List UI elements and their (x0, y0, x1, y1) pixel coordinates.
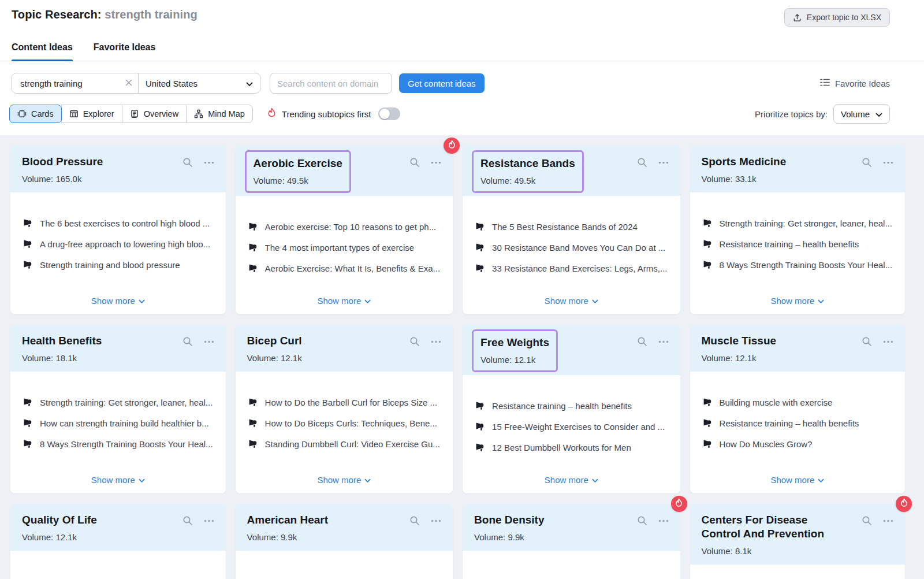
search-topic-icon[interactable] (637, 515, 647, 526)
keyword-field[interactable] (12, 73, 139, 93)
card-header: Blood Pressure Volume: 165.0k (10, 146, 226, 192)
view-overview-button[interactable]: Overview (122, 105, 187, 123)
megaphone-icon (703, 397, 712, 409)
show-more-link[interactable]: Show more (475, 475, 667, 493)
idea-item[interactable]: Aerobic Exercise: What It Is, Benefits &… (248, 263, 440, 275)
search-topic-icon[interactable] (862, 515, 872, 526)
more-options-icon[interactable] (431, 161, 441, 164)
more-options-icon[interactable] (204, 340, 214, 343)
more-options-icon[interactable] (204, 519, 214, 522)
card-actions (862, 334, 893, 347)
idea-item[interactable]: Aerobic exercise: Top 10 reasons to get … (248, 221, 440, 233)
megaphone-icon (23, 239, 32, 251)
flame-icon (900, 498, 908, 510)
idea-item[interactable]: 15 Free-Weight Exercises to Consider and… (475, 421, 667, 433)
view-mind-map-button[interactable]: Mind Map (186, 105, 253, 123)
idea-text: 8 Ways Strength Training Boosts Your Hea… (40, 439, 213, 450)
search-topic-icon[interactable] (409, 157, 420, 168)
idea-item[interactable]: 30 Resistance Band Moves You Can Do at .… (475, 242, 667, 254)
idea-item[interactable]: The 6 best exercises to control high blo… (23, 218, 213, 230)
export-topic-button[interactable]: Export topic to XLSX (784, 8, 890, 27)
megaphone-icon (248, 242, 258, 254)
idea-item[interactable]: How can strength training build healthie… (23, 418, 213, 430)
more-options-icon[interactable] (431, 519, 441, 522)
idea-item[interactable]: 12 Best Dumbbell Workouts for Men (475, 442, 667, 454)
volume-value: 12.1k (514, 355, 535, 365)
topic-card: Free Weights Volume: 12.1k Resistance tr… (463, 325, 680, 493)
topic-card: American Heart Volume: 9.9k Show more (236, 504, 453, 579)
idea-item[interactable]: 33 Resistance Band Exercises: Legs, Arms… (475, 263, 667, 275)
show-more-link[interactable]: Show more (23, 296, 213, 314)
megaphone-icon (248, 263, 258, 275)
more-options-icon[interactable] (883, 340, 893, 343)
favorite-ideas-link[interactable]: Favorite Ideas (820, 78, 890, 88)
idea-item[interactable]: 8 Ways Strength Training Boosts Your Hea… (703, 259, 893, 272)
get-content-ideas-button[interactable]: Get content ideas (399, 73, 485, 93)
search-topic-icon[interactable] (182, 515, 193, 526)
more-options-icon[interactable] (204, 161, 214, 164)
more-options-icon[interactable] (883, 161, 893, 164)
show-more-link[interactable]: Show more (23, 475, 213, 493)
idea-item[interactable]: Strength training: Get stronger, leaner,… (703, 218, 893, 230)
chevron-down-icon (592, 475, 598, 485)
tab-favorite-ideas[interactable]: Favorite Ideas (94, 42, 156, 61)
country-select[interactable]: United States (139, 73, 260, 93)
domain-search-input[interactable] (270, 73, 392, 94)
more-options-icon[interactable] (431, 340, 441, 343)
topic-research-page: Topic Research: strength training Export… (0, 0, 924, 579)
idea-item[interactable]: Resistance training – health benefits (703, 418, 893, 430)
prioritize-select[interactable]: Volume (833, 104, 890, 124)
search-topic-icon[interactable] (862, 157, 872, 168)
topic-card: Centers For Disease Control And Preventi… (690, 504, 906, 579)
search-topic-icon[interactable] (637, 157, 647, 168)
search-topic-icon[interactable] (862, 336, 872, 347)
idea-item[interactable]: Strength training and blood pressure (23, 259, 213, 272)
search-topic-icon[interactable] (637, 336, 647, 347)
idea-item[interactable]: The 5 Best Resistance Bands of 2024 (475, 221, 667, 233)
show-more-link[interactable]: Show more (248, 475, 440, 493)
show-more-label: Show more (317, 475, 361, 485)
idea-item[interactable]: Resistance training – health benefits (703, 239, 893, 251)
search-topic-icon[interactable] (409, 336, 420, 347)
view-explorer-button[interactable]: Explorer (61, 105, 122, 123)
topic-volume: Volume: 49.5k (254, 176, 342, 185)
idea-item[interactable]: Resistance training – health benefits (475, 400, 667, 413)
topic-card: Sports Medicine Volume: 33.1k Strength t… (690, 146, 906, 314)
more-options-icon[interactable] (883, 519, 893, 522)
idea-item[interactable]: A drug-free approach to lowering high bl… (23, 239, 213, 251)
keyword-input[interactable] (19, 78, 125, 89)
topic-volume: Volume: 18.1k (22, 353, 102, 363)
card-body: How to Do the Barbell Curl for Biceps Si… (236, 372, 453, 493)
list-icon (820, 78, 830, 88)
search-topic-icon[interactable] (182, 157, 193, 168)
idea-item[interactable]: The 4 most important types of exercise (248, 242, 440, 254)
megaphone-icon (23, 397, 32, 409)
more-options-icon[interactable] (658, 340, 669, 343)
idea-item[interactable]: Standing Dumbbell Curl: Video Exercise G… (248, 439, 440, 451)
idea-item[interactable]: How to Do Biceps Curls: Techniques, Bene… (248, 418, 440, 430)
idea-item[interactable]: How Do Muscles Grow? (703, 439, 893, 451)
show-more-link[interactable]: Show more (703, 296, 893, 314)
volume-label: Volume: (480, 355, 512, 365)
volume-label: Volume: (22, 532, 53, 542)
show-more-link[interactable]: Show more (248, 296, 440, 314)
idea-item[interactable]: Building muscle with exercise (703, 397, 893, 409)
trending-badge (671, 496, 687, 512)
mind-map-icon (194, 109, 203, 118)
idea-item[interactable]: How to Do the Barbell Curl for Biceps Si… (248, 397, 440, 409)
search-topic-icon[interactable] (182, 336, 193, 347)
show-more-link[interactable]: Show more (703, 475, 893, 493)
idea-list: Aerobic exercise: Top 10 reasons to get … (248, 221, 440, 284)
show-more-link[interactable]: Show more (475, 296, 667, 314)
trending-toggle[interactable] (378, 107, 400, 120)
idea-item[interactable]: 8 Ways Strength Training Boosts Your Hea… (23, 439, 213, 451)
clear-keyword-icon[interactable] (125, 78, 132, 88)
more-options-icon[interactable] (658, 519, 669, 522)
idea-item[interactable]: Strength training: Get stronger, leaner,… (23, 397, 213, 409)
view-cards-button[interactable]: Cards (9, 105, 62, 123)
search-topic-icon[interactable] (409, 515, 420, 526)
more-options-icon[interactable] (658, 161, 669, 164)
topic-volume: Volume: 12.1k (480, 355, 549, 365)
megaphone-icon (248, 221, 258, 233)
tab-content-ideas[interactable]: Content Ideas (12, 42, 73, 61)
